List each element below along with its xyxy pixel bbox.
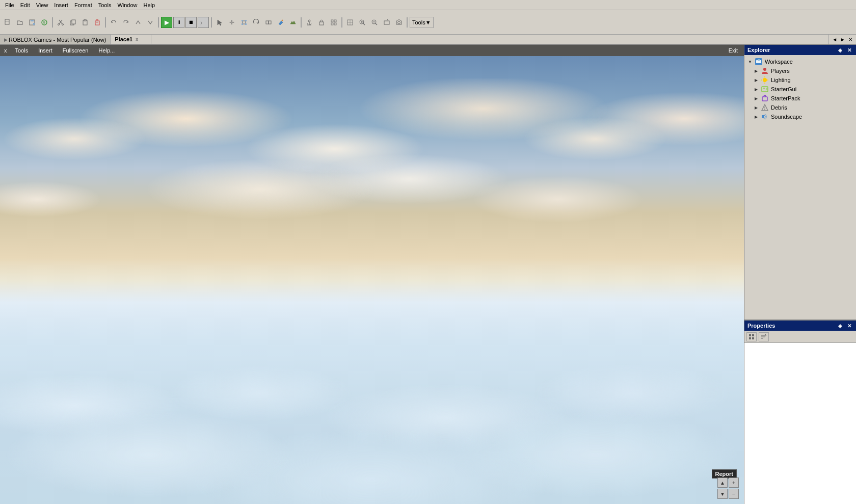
explorer-lighting[interactable]: ▶ Lighting bbox=[745, 75, 855, 85]
prop-btn-categories[interactable] bbox=[746, 332, 757, 341]
expand-starterpack: ▶ bbox=[754, 96, 759, 101]
svg-rect-60 bbox=[763, 88, 765, 89]
explorer-soundscape[interactable]: ▶ Soundscape bbox=[745, 112, 855, 121]
toolbar-new[interactable] bbox=[2, 17, 13, 28]
svg-rect-37 bbox=[334, 23, 336, 25]
toolbar-lock[interactable] bbox=[316, 17, 327, 28]
explorer-content: ▼ Workspace ▶ Players ▶ bbox=[744, 55, 856, 320]
toolbar-zoom-out-tool[interactable] bbox=[369, 17, 380, 28]
properties-close-btn[interactable]: ✕ bbox=[846, 323, 853, 329]
toolbar-zoom-in-tool[interactable] bbox=[357, 17, 368, 28]
tab-home[interactable]: ▶ ROBLOX Games - Most Popular (Now) bbox=[0, 35, 111, 44]
starterpack-label: StarterPack bbox=[771, 95, 800, 101]
nav-down[interactable]: ▼ bbox=[717, 489, 728, 499]
menu-window[interactable]: Window bbox=[114, 2, 140, 9]
explorer-players[interactable]: ▶ Players bbox=[745, 66, 855, 75]
in-game-help[interactable]: Help... bbox=[96, 47, 117, 54]
toolbar-down[interactable] bbox=[145, 17, 156, 28]
toolbar-pause[interactable]: ⏸ bbox=[173, 17, 184, 28]
in-game-fullscreen[interactable]: Fullscreen bbox=[61, 47, 91, 54]
explorer-debris[interactable]: ▶ Debris bbox=[745, 103, 855, 112]
toolbar-zoom-extents[interactable] bbox=[344, 17, 356, 28]
toolbar-screenshot[interactable] bbox=[393, 17, 405, 28]
toolbar-run[interactable]: ⟩ bbox=[198, 17, 209, 28]
toolbar-stop[interactable]: ⏹ bbox=[185, 17, 197, 28]
properties-filter-btn[interactable]: ◈ bbox=[837, 323, 844, 329]
nav-zoom-out[interactable]: − bbox=[729, 489, 739, 499]
toolbar-paste[interactable] bbox=[79, 17, 91, 28]
tab-controls: ◄ ► ✕ bbox=[828, 35, 856, 44]
svg-rect-26 bbox=[269, 21, 271, 24]
svg-rect-48 bbox=[384, 21, 389, 24]
in-game-insert[interactable]: Insert bbox=[36, 47, 55, 54]
tab-close-btn[interactable]: x bbox=[136, 37, 138, 42]
cloud-lower bbox=[0, 258, 744, 504]
menu-insert[interactable]: Insert bbox=[51, 2, 71, 9]
toolbar-paint[interactable] bbox=[275, 17, 286, 28]
svg-rect-33 bbox=[319, 22, 324, 25]
nav-zoom-in[interactable]: + bbox=[729, 478, 739, 488]
explorer-starterpack[interactable]: ▶ StarterPack bbox=[745, 94, 855, 103]
explorer-filter-btn[interactable]: ◈ bbox=[837, 47, 844, 53]
menu-tools[interactable]: Tools bbox=[95, 2, 115, 9]
toolbar-camera[interactable] bbox=[381, 17, 392, 28]
toolbar-anchor[interactable] bbox=[304, 17, 315, 28]
toolbar-cut[interactable] bbox=[55, 17, 66, 28]
nav-controls: ▲ + ▼ − bbox=[717, 478, 739, 499]
tools-label: Tools▼ bbox=[412, 19, 431, 25]
toolbar-open[interactable] bbox=[14, 17, 25, 28]
in-game-exit[interactable]: Exit bbox=[727, 47, 740, 54]
nav-up[interactable]: ▲ bbox=[717, 478, 728, 488]
startergui-icon bbox=[761, 85, 769, 93]
svg-rect-36 bbox=[331, 23, 333, 25]
toolbar-tools-dropdown[interactable]: Tools▼ bbox=[410, 17, 434, 28]
toolbar-redo[interactable] bbox=[120, 17, 131, 28]
in-game-close[interactable]: x bbox=[4, 47, 7, 54]
properties-panel: Properties ◈ ✕ bbox=[744, 321, 856, 504]
toolbar-undo[interactable] bbox=[108, 17, 119, 28]
toolbar-publish[interactable]: R bbox=[39, 17, 50, 28]
explorer-startergui[interactable]: ▶ StarterGui bbox=[745, 85, 855, 94]
prop-btn-sort[interactable] bbox=[759, 332, 769, 341]
tab-scroll-left[interactable]: ◄ bbox=[831, 37, 839, 42]
toolbar-play[interactable]: ▶ bbox=[161, 17, 172, 28]
svg-rect-22 bbox=[245, 20, 247, 21]
svg-rect-71 bbox=[752, 337, 754, 339]
debris-icon bbox=[761, 103, 769, 112]
toolbar-rotate[interactable] bbox=[251, 17, 262, 28]
toolbar-save[interactable] bbox=[26, 17, 38, 28]
tab-scroll-right[interactable]: ► bbox=[839, 37, 847, 42]
properties-header-actions: ◈ ✕ bbox=[837, 323, 853, 329]
toolbar-select[interactable] bbox=[214, 17, 225, 28]
svg-rect-52 bbox=[758, 59, 760, 61]
toolbar-delete[interactable] bbox=[92, 17, 103, 28]
toolbar-grid[interactable] bbox=[328, 17, 339, 28]
tab-place1[interactable]: Place1 x bbox=[111, 35, 151, 44]
toolbar-move[interactable]: ✛ bbox=[226, 17, 237, 28]
tab-close-all[interactable]: ✕ bbox=[847, 37, 854, 42]
menu-format[interactable]: Format bbox=[71, 2, 95, 9]
svg-point-49 bbox=[398, 21, 400, 24]
explorer-workspace[interactable]: ▼ Workspace bbox=[745, 57, 855, 66]
toolbar-collision[interactable] bbox=[263, 17, 274, 28]
toolbar-scale[interactable] bbox=[238, 17, 250, 28]
svg-rect-4 bbox=[33, 23, 35, 25]
svg-rect-63 bbox=[762, 97, 767, 101]
menu-edit[interactable]: Edit bbox=[17, 2, 33, 9]
menu-file[interactable]: File bbox=[2, 2, 17, 9]
toolbar-terrain[interactable] bbox=[287, 17, 299, 28]
tab-game-icon: ▶ bbox=[4, 37, 8, 42]
svg-rect-23 bbox=[242, 23, 243, 25]
svg-rect-15 bbox=[95, 21, 99, 25]
svg-line-42 bbox=[363, 23, 365, 25]
viewport[interactable]: Report ▲ + ▼ − bbox=[0, 56, 744, 504]
toolbar-copy[interactable] bbox=[67, 17, 78, 28]
players-icon bbox=[761, 67, 769, 75]
toolbar-up[interactable] bbox=[132, 17, 144, 28]
in-game-tools[interactable]: Tools bbox=[13, 47, 31, 54]
explorer-close-btn[interactable]: ✕ bbox=[846, 47, 853, 53]
menu-view[interactable]: View bbox=[33, 2, 51, 9]
expand-debris: ▶ bbox=[754, 105, 759, 110]
menu-help[interactable]: Help bbox=[141, 2, 158, 9]
expand-lighting: ▶ bbox=[754, 77, 759, 83]
